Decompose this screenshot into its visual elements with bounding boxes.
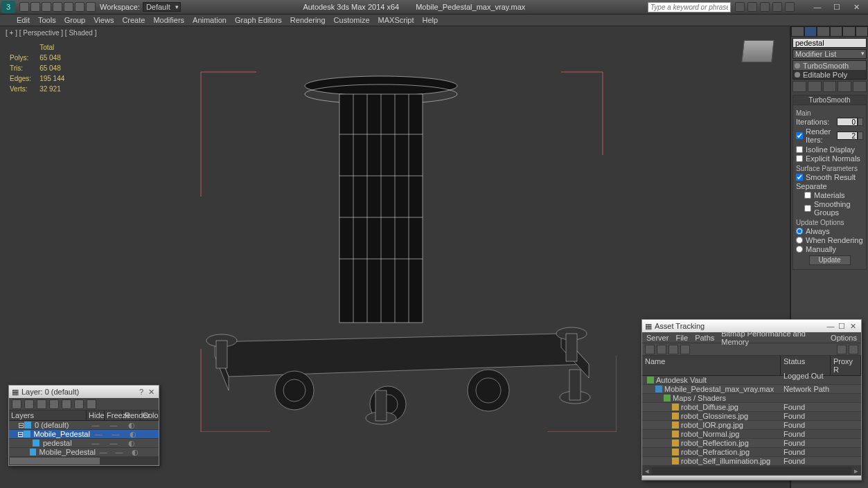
favorite-icon[interactable]: [772, 2, 782, 12]
highlight-layer-icon[interactable]: [62, 399, 71, 409]
menu-maxscript[interactable]: MAXScript: [378, 16, 414, 24]
asset-resize-grip[interactable]: [642, 476, 861, 480]
hide-layer-icon[interactable]: [74, 399, 84, 409]
delete-layer-icon[interactable]: [24, 399, 34, 409]
help-icon[interactable]: [785, 2, 795, 12]
modifier-list-dropdown[interactable]: Modifier List: [792, 49, 867, 59]
qat-select-icon[interactable]: [86, 2, 96, 12]
freeze-cell[interactable]: —: [105, 421, 123, 429]
expand-icon[interactable]: ⊟: [17, 430, 24, 439]
render-iters-checkbox[interactable]: Render Iters:: [796, 127, 835, 144]
select-layer-icon[interactable]: [49, 399, 59, 409]
stack-item-editablepoly[interactable]: Editable Poly: [793, 70, 866, 79]
minimize-button[interactable]: —: [813, 3, 822, 12]
spinner-arrows-icon[interactable]: [858, 132, 863, 140]
asset-help-icon[interactable]: [849, 345, 858, 354]
col-layers[interactable]: Layers: [9, 410, 87, 420]
col-freeze[interactable]: Freeze: [105, 410, 123, 420]
search-input[interactable]: [648, 2, 731, 12]
asset-menu-paths[interactable]: Paths: [695, 334, 714, 342]
layers-titlebar[interactable]: ▦ Layer: 0 (default) ? ✕: [9, 386, 159, 398]
viewport-label[interactable]: [ + ] [ Perspective ] [ Shaded ]: [6, 29, 96, 37]
asset-tree-icon[interactable]: [657, 345, 666, 354]
freeze-layer-icon[interactable]: [87, 399, 96, 409]
asset-row[interactable]: robot_IOR.png.jpgFound: [642, 421, 861, 430]
asset-close-button[interactable]: ✕: [847, 322, 858, 331]
app-logo-icon[interactable]: 3: [1, 1, 15, 13]
tab-create-icon[interactable]: [791, 26, 804, 37]
asset-row[interactable]: robot_Self_illumination.jpgFound: [642, 457, 861, 466]
hide-cell[interactable]: —: [87, 421, 105, 429]
qat-open-icon[interactable]: [30, 2, 40, 12]
asset-maximize-button[interactable]: ☐: [836, 322, 847, 331]
layers-scrollbar[interactable]: [9, 457, 159, 465]
update-rendering-radio[interactable]: When Rendering: [796, 236, 863, 244]
asset-menu-server[interactable]: Server: [646, 334, 668, 342]
workspace-dropdown[interactable]: Default: [143, 2, 181, 12]
render-cell[interactable]: ◐: [123, 439, 141, 448]
configure-sets-icon[interactable]: [853, 81, 867, 92]
update-button[interactable]: Update: [809, 255, 851, 265]
qat-undo-icon[interactable]: [53, 2, 62, 12]
stack-item-turbosmooth[interactable]: TurboSmooth: [793, 61, 866, 70]
render-iters-field[interactable]: 2: [837, 132, 858, 140]
rollout-header[interactable]: TurboSmooth: [793, 96, 866, 105]
wireframe-model[interactable]: [173, 44, 617, 432]
layer-row[interactable]: Mobile_Pedestal——◐: [9, 448, 159, 457]
col-render[interactable]: Render: [123, 410, 141, 420]
layer-row[interactable]: ⊟Mobile_Pedestal——◐: [9, 430, 159, 439]
asset-row[interactable]: Autodesk VaultLogged Out ...: [642, 376, 861, 385]
qat-link-icon[interactable]: [75, 2, 85, 12]
menu-group[interactable]: Group: [64, 16, 86, 24]
maximize-button[interactable]: ☐: [832, 3, 842, 12]
freeze-cell[interactable]: —: [107, 430, 125, 438]
menu-help[interactable]: Help: [423, 16, 439, 24]
tab-motion-icon[interactable]: [830, 26, 843, 37]
add-to-layer-icon[interactable]: [37, 399, 46, 409]
tab-display-icon[interactable]: [842, 26, 856, 37]
object-name-field[interactable]: pedestal: [792, 38, 867, 48]
qat-new-icon[interactable]: [19, 2, 29, 12]
asset-scrollbar[interactable]: ◂ ▸: [642, 466, 861, 476]
tab-hierarchy-icon[interactable]: [817, 26, 830, 37]
scroll-right-icon[interactable]: ▸: [851, 467, 861, 476]
col-proxy[interactable]: Proxy R: [831, 356, 861, 375]
asset-menu-file[interactable]: File: [675, 334, 688, 342]
show-end-result-icon[interactable]: [808, 81, 822, 92]
asset-row[interactable]: Maps / Shaders: [642, 394, 861, 403]
layers-close-button[interactable]: ✕: [146, 388, 156, 397]
tab-utilities-icon[interactable]: [856, 26, 869, 37]
menu-customize[interactable]: Customize: [334, 16, 370, 24]
layers-help-button[interactable]: ?: [136, 388, 146, 396]
menu-rendering[interactable]: Rendering: [290, 16, 326, 24]
qat-save-icon[interactable]: [42, 2, 51, 12]
search-icon[interactable]: [735, 2, 745, 12]
freeze-cell[interactable]: —: [105, 439, 123, 447]
spinner-arrows-icon[interactable]: [858, 118, 863, 126]
explicit-normals-checkbox[interactable]: Explicit Normals: [796, 154, 863, 163]
smooth-result-checkbox[interactable]: Smooth Result: [796, 173, 863, 181]
menu-modifiers[interactable]: Modifiers: [153, 16, 184, 24]
asset-row[interactable]: Mobile_Pedestal_max_vray.maxNetwork Path: [642, 385, 861, 394]
remove-modifier-icon[interactable]: [838, 81, 851, 92]
menu-views[interactable]: Views: [94, 16, 114, 24]
iterations-field[interactable]: 0: [837, 118, 858, 126]
asset-minimize-button[interactable]: —: [825, 322, 836, 330]
asset-row[interactable]: robot_Reflection.jpgFound: [642, 439, 861, 448]
render-cell[interactable]: ◐: [124, 430, 141, 439]
asset-row[interactable]: robot_Refraction.jpgFound: [642, 448, 861, 457]
asset-menu-options[interactable]: Options: [831, 334, 857, 342]
lightbulb-icon[interactable]: [795, 72, 800, 78]
freeze-cell[interactable]: —: [112, 448, 127, 456]
hide-cell[interactable]: —: [90, 430, 107, 438]
isoline-checkbox[interactable]: Isoline Display: [796, 145, 863, 154]
asset-row[interactable]: robot_Normal.jpgFound: [642, 430, 861, 439]
asset-row[interactable]: robot_Glossines.jpgFound: [642, 412, 861, 421]
layer-row[interactable]: pedestal——◐: [9, 439, 159, 448]
subscription-icon[interactable]: [747, 2, 757, 12]
col-color[interactable]: Colo: [141, 410, 159, 420]
update-manually-radio[interactable]: Manually: [796, 245, 863, 253]
qat-redo-icon[interactable]: [64, 2, 73, 12]
asset-menu-bpm[interactable]: Bitmap Performance and Memory: [721, 329, 824, 346]
col-name[interactable]: Name: [642, 356, 781, 375]
